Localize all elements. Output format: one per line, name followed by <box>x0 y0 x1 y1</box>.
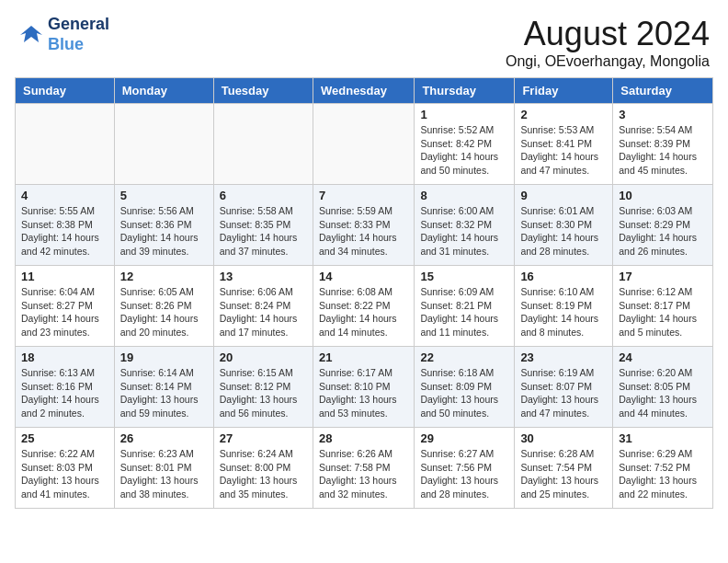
calendar-table: SundayMondayTuesdayWednesdayThursdayFrid… <box>15 77 713 509</box>
day-info: Sunrise: 6:22 AM Sunset: 8:03 PM Dayligh… <box>21 447 108 501</box>
calendar-cell: 2Sunrise: 5:53 AM Sunset: 8:41 PM Daylig… <box>515 104 613 185</box>
calendar-cell: 17Sunrise: 6:12 AM Sunset: 8:17 PM Dayli… <box>613 266 713 347</box>
location-subtitle: Ongi, OEvoerhangay, Mongolia <box>506 53 710 70</box>
day-number: 28 <box>319 431 408 445</box>
calendar-cell: 8Sunrise: 6:00 AM Sunset: 8:32 PM Daylig… <box>415 185 515 266</box>
calendar-cell: 22Sunrise: 6:18 AM Sunset: 8:09 PM Dayli… <box>415 347 515 428</box>
calendar-cell: 6Sunrise: 5:58 AM Sunset: 8:35 PM Daylig… <box>213 185 313 266</box>
day-info: Sunrise: 6:23 AM Sunset: 8:01 PM Dayligh… <box>120 447 208 501</box>
day-number: 13 <box>220 270 307 283</box>
day-info: Sunrise: 6:17 AM Sunset: 8:10 PM Dayligh… <box>319 366 408 420</box>
week-row: 25Sunrise: 6:22 AM Sunset: 8:03 PM Dayli… <box>16 428 713 509</box>
day-info: Sunrise: 5:55 AM Sunset: 8:38 PM Dayligh… <box>21 204 108 259</box>
calendar-cell: 9Sunrise: 6:01 AM Sunset: 8:30 PM Daylig… <box>515 185 613 266</box>
day-info: Sunrise: 6:00 AM Sunset: 8:32 PM Dayligh… <box>420 204 508 259</box>
day-number: 16 <box>520 270 607 283</box>
day-info: Sunrise: 6:18 AM Sunset: 8:09 PM Dayligh… <box>420 366 508 420</box>
calendar-cell <box>313 104 414 185</box>
day-info: Sunrise: 6:04 AM Sunset: 8:27 PM Dayligh… <box>21 285 108 339</box>
day-number: 18 <box>21 350 108 364</box>
day-number: 7 <box>319 189 408 202</box>
day-info: Sunrise: 6:08 AM Sunset: 8:22 PM Dayligh… <box>319 285 408 339</box>
day-info: Sunrise: 6:09 AM Sunset: 8:21 PM Dayligh… <box>420 285 508 339</box>
logo-text: General Blue <box>48 15 109 54</box>
day-number: 29 <box>420 431 508 445</box>
day-info: Sunrise: 6:05 AM Sunset: 8:26 PM Dayligh… <box>120 285 208 339</box>
day-number: 19 <box>120 350 208 364</box>
day-number: 10 <box>619 189 707 202</box>
day-number: 22 <box>420 350 508 364</box>
day-number: 14 <box>319 270 408 283</box>
day-info: Sunrise: 6:10 AM Sunset: 8:19 PM Dayligh… <box>520 285 607 339</box>
day-number: 8 <box>420 189 508 202</box>
day-info: Sunrise: 6:29 AM Sunset: 7:52 PM Dayligh… <box>619 447 707 501</box>
day-number: 1 <box>420 108 508 121</box>
calendar-cell <box>16 104 115 185</box>
day-number: 31 <box>619 431 707 445</box>
calendar-cell: 18Sunrise: 6:13 AM Sunset: 8:16 PM Dayli… <box>16 347 115 428</box>
day-info: Sunrise: 6:03 AM Sunset: 8:29 PM Dayligh… <box>619 204 707 259</box>
calendar-cell: 12Sunrise: 6:05 AM Sunset: 8:26 PM Dayli… <box>114 266 213 347</box>
calendar-cell: 5Sunrise: 5:56 AM Sunset: 8:36 PM Daylig… <box>114 185 213 266</box>
calendar-cell: 11Sunrise: 6:04 AM Sunset: 8:27 PM Dayli… <box>16 266 115 347</box>
calendar-cell: 20Sunrise: 6:15 AM Sunset: 8:12 PM Dayli… <box>213 347 313 428</box>
day-number: 25 <box>21 431 108 445</box>
day-info: Sunrise: 5:54 AM Sunset: 8:39 PM Dayligh… <box>619 123 707 178</box>
calendar-cell: 10Sunrise: 6:03 AM Sunset: 8:29 PM Dayli… <box>613 185 713 266</box>
calendar-wrapper: SundayMondayTuesdayWednesdayThursdayFrid… <box>0 77 728 516</box>
day-number: 17 <box>619 270 707 283</box>
day-number: 9 <box>520 189 607 202</box>
day-number: 30 <box>520 431 607 445</box>
calendar-cell: 30Sunrise: 6:28 AM Sunset: 7:54 PM Dayli… <box>515 428 613 509</box>
day-number: 26 <box>120 431 208 445</box>
weekday-header: Tuesday <box>213 78 313 104</box>
logo-icon <box>18 22 44 48</box>
day-number: 23 <box>520 350 607 364</box>
week-row: 18Sunrise: 6:13 AM Sunset: 8:16 PM Dayli… <box>16 347 713 428</box>
calendar-cell: 3Sunrise: 5:54 AM Sunset: 8:39 PM Daylig… <box>613 104 713 185</box>
title-section: August 2024 Ongi, OEvoerhangay, Mongolia <box>506 15 710 70</box>
day-info: Sunrise: 6:14 AM Sunset: 8:14 PM Dayligh… <box>120 366 208 420</box>
calendar-cell <box>213 104 313 185</box>
calendar-cell: 21Sunrise: 6:17 AM Sunset: 8:10 PM Dayli… <box>313 347 414 428</box>
day-number: 5 <box>120 189 208 202</box>
calendar-cell: 25Sunrise: 6:22 AM Sunset: 8:03 PM Dayli… <box>16 428 115 509</box>
calendar-cell: 1Sunrise: 5:52 AM Sunset: 8:42 PM Daylig… <box>415 104 515 185</box>
day-number: 6 <box>220 189 307 202</box>
calendar-cell: 23Sunrise: 6:19 AM Sunset: 8:07 PM Dayli… <box>515 347 613 428</box>
day-info: Sunrise: 5:58 AM Sunset: 8:35 PM Dayligh… <box>220 204 307 259</box>
day-number: 12 <box>120 270 208 283</box>
month-year-title: August 2024 <box>506 15 710 53</box>
day-number: 15 <box>420 270 508 283</box>
calendar-cell: 28Sunrise: 6:26 AM Sunset: 7:58 PM Dayli… <box>313 428 414 509</box>
calendar-cell: 26Sunrise: 6:23 AM Sunset: 8:01 PM Dayli… <box>114 428 213 509</box>
calendar-cell <box>114 104 213 185</box>
day-info: Sunrise: 6:28 AM Sunset: 7:54 PM Dayligh… <box>520 447 607 501</box>
calendar-cell: 31Sunrise: 6:29 AM Sunset: 7:52 PM Dayli… <box>613 428 713 509</box>
day-number: 20 <box>220 350 307 364</box>
calendar-cell: 16Sunrise: 6:10 AM Sunset: 8:19 PM Dayli… <box>515 266 613 347</box>
weekday-header: Wednesday <box>313 78 414 104</box>
weekday-header: Thursday <box>415 78 515 104</box>
calendar-cell: 13Sunrise: 6:06 AM Sunset: 8:24 PM Dayli… <box>213 266 313 347</box>
weekday-header: Friday <box>515 78 613 104</box>
day-info: Sunrise: 6:24 AM Sunset: 8:00 PM Dayligh… <box>220 447 307 501</box>
day-info: Sunrise: 5:52 AM Sunset: 8:42 PM Dayligh… <box>420 123 508 178</box>
day-number: 2 <box>520 108 607 121</box>
week-row: 11Sunrise: 6:04 AM Sunset: 8:27 PM Dayli… <box>16 266 713 347</box>
day-info: Sunrise: 5:59 AM Sunset: 8:33 PM Dayligh… <box>319 204 408 259</box>
calendar-cell: 14Sunrise: 6:08 AM Sunset: 8:22 PM Dayli… <box>313 266 414 347</box>
day-number: 4 <box>21 189 108 202</box>
day-info: Sunrise: 5:53 AM Sunset: 8:41 PM Dayligh… <box>520 123 607 178</box>
day-info: Sunrise: 6:19 AM Sunset: 8:07 PM Dayligh… <box>520 366 607 420</box>
day-info: Sunrise: 6:06 AM Sunset: 8:24 PM Dayligh… <box>220 285 307 339</box>
calendar-cell: 19Sunrise: 6:14 AM Sunset: 8:14 PM Dayli… <box>114 347 213 428</box>
weekday-header: Saturday <box>613 78 713 104</box>
day-info: Sunrise: 6:12 AM Sunset: 8:17 PM Dayligh… <box>619 285 707 339</box>
day-info: Sunrise: 6:26 AM Sunset: 7:58 PM Dayligh… <box>319 447 408 501</box>
day-info: Sunrise: 6:20 AM Sunset: 8:05 PM Dayligh… <box>619 366 707 420</box>
day-info: Sunrise: 6:15 AM Sunset: 8:12 PM Dayligh… <box>220 366 307 420</box>
day-number: 3 <box>619 108 707 121</box>
weekday-header: Monday <box>114 78 213 104</box>
calendar-cell: 29Sunrise: 6:27 AM Sunset: 7:56 PM Dayli… <box>415 428 515 509</box>
